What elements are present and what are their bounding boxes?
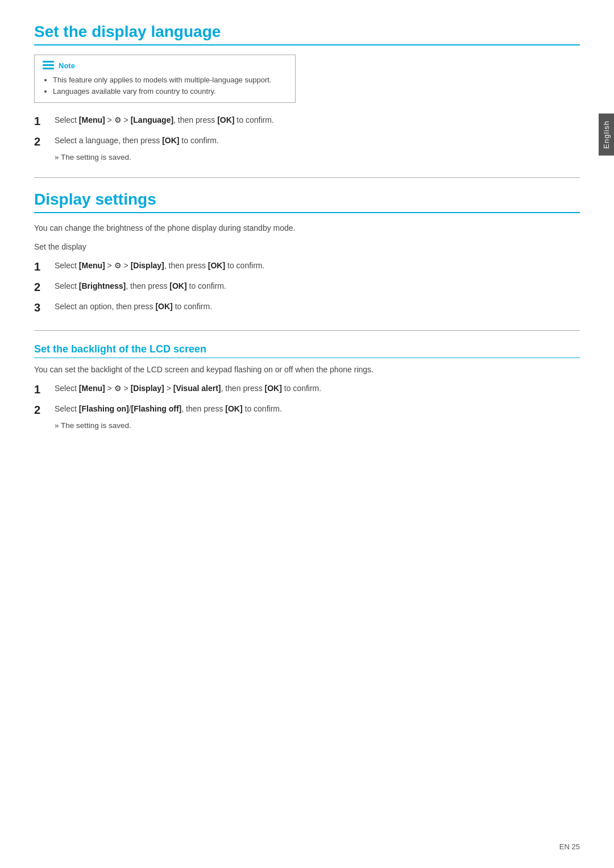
section2-title: Display settings [34, 190, 580, 213]
step-1-1: 1 Select [Menu] > ⚙ > [Language], then p… [34, 114, 580, 128]
page-container: English Set the display language Note Th… [0, 0, 614, 868]
note-box: Note This feature only applies to models… [34, 55, 296, 103]
step-text-3-2: Select [Flashing on]/[Flashing off], the… [55, 403, 580, 415]
section-divider-2 [34, 330, 580, 331]
step-number-2-2: 2 [34, 280, 50, 294]
section2-set-display: Set the display [34, 241, 580, 253]
note-item-1: This feature only applies to models with… [53, 74, 287, 86]
step-3-1: 1 Select [Menu] > ⚙ > [Display] > [Visua… [34, 383, 580, 396]
step-number-3-1: 1 [34, 383, 50, 396]
page-number: EN 25 [559, 842, 580, 851]
note-list: This feature only applies to models with… [43, 74, 287, 97]
section3-steps: 1 Select [Menu] > ⚙ > [Display] > [Visua… [34, 383, 580, 417]
step-1-2: 2 Select a language, then press [OK] to … [34, 135, 580, 148]
note-label: Note [59, 61, 75, 70]
step-text-2-3: Select an option, then press [OK] to con… [55, 301, 580, 313]
section1-title: Set the display language [34, 23, 580, 45]
note-item-2: Languages available vary from country to… [53, 86, 287, 97]
note-icon [43, 61, 54, 70]
section1-result: The setting is saved. [55, 153, 580, 161]
section3-title: Set the backlight of the LCD screen [34, 343, 580, 358]
step-2-2: 2 Select [Brightness], then press [OK] t… [34, 280, 580, 294]
page-prefix: EN [559, 842, 570, 851]
gear-icon-3: ⚙ [114, 383, 122, 394]
step-number-2: 2 [34, 135, 50, 148]
step-2-3: 3 Select an option, then press [OK] to c… [34, 301, 580, 314]
gear-icon-1: ⚙ [114, 114, 122, 126]
step-number-3-2: 2 [34, 403, 50, 417]
step-2-1: 1 Select [Menu] > ⚙ > [Display], then pr… [34, 260, 580, 273]
step-number-1: 1 [34, 114, 50, 128]
section1-steps: 1 Select [Menu] > ⚙ > [Language], then p… [34, 114, 580, 148]
note-header: Note [43, 61, 287, 70]
section-divider-1 [34, 177, 580, 178]
step-3-2: 2 Select [Flashing on]/[Flashing off], t… [34, 403, 580, 417]
section3-intro: You can set the backlight of the LCD scr… [34, 364, 580, 376]
page-num: 25 [572, 842, 580, 851]
step-text-1: Select [Menu] > ⚙ > [Language], then pre… [55, 114, 580, 126]
section2-intro: You can change the brightness of the pho… [34, 222, 580, 234]
section2-steps: 1 Select [Menu] > ⚙ > [Display], then pr… [34, 260, 580, 314]
step-text-2: Select a language, then press [OK] to co… [55, 135, 580, 147]
side-tab: English [599, 114, 614, 156]
step-text-2-1: Select [Menu] > ⚙ > [Display], then pres… [55, 260, 580, 272]
gear-icon-2: ⚙ [114, 260, 122, 272]
step-number-2-3: 3 [34, 301, 50, 314]
step-text-2-2: Select [Brightness], then press [OK] to … [55, 280, 580, 292]
step-text-3-1: Select [Menu] > ⚙ > [Display] > [Visual … [55, 383, 580, 394]
section3-result: The setting is saved. [55, 421, 580, 430]
step-number-2-1: 1 [34, 260, 50, 273]
